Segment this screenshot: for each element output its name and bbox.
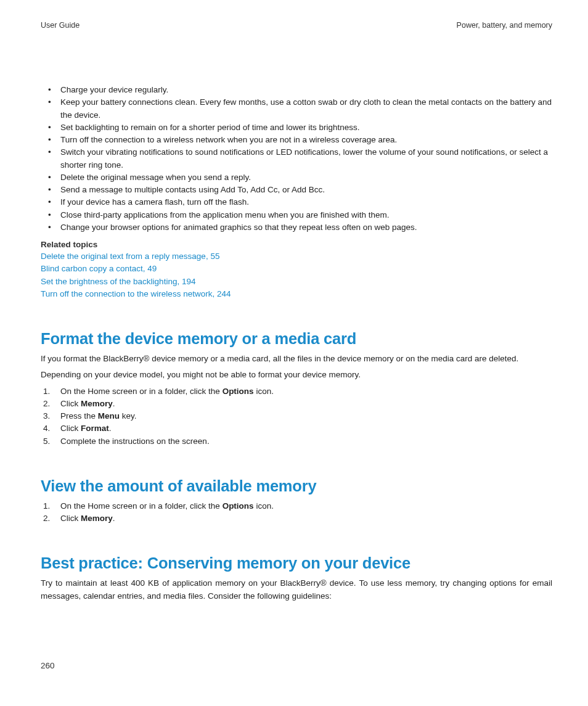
step: Click Format. (41, 422, 552, 435)
page-number: 260 (41, 661, 55, 670)
format-steps: On the Home screen or in a folder, click… (41, 385, 552, 448)
list-item: Charge your device regularly. (41, 84, 552, 96)
step: Click Memory. (41, 398, 552, 410)
page-header: User Guide Power, battery, and memory (41, 21, 552, 30)
list-item: Switch your vibrating notifications to s… (41, 146, 552, 171)
section-title-best-practice: Best practice: Conserving memory on your… (41, 554, 552, 572)
list-item: Set backlighting to remain on for a shor… (41, 121, 552, 134)
related-link[interactable]: Delete the original text from a reply me… (41, 250, 552, 263)
list-item: Keep your battery connections clean. Eve… (41, 96, 552, 121)
related-links: Delete the original text from a reply me… (41, 250, 552, 300)
section-title-format: Format the device memory or a media card (41, 330, 552, 348)
step: Click Memory. (41, 512, 552, 525)
list-item: Send a message to multiple contacts usin… (41, 184, 552, 196)
list-item: Close third-party applications from the … (41, 209, 552, 221)
paragraph: If you format the BlackBerry® device mem… (41, 353, 552, 365)
list-item: Delete the original message when you sen… (41, 171, 552, 184)
view-steps: On the Home screen or in a folder, click… (41, 500, 552, 525)
paragraph: Depending on your device model, you migh… (41, 369, 552, 381)
related-link[interactable]: Blind carbon copy a contact, 49 (41, 263, 552, 275)
section-title-view-memory: View the amount of available memory (41, 477, 552, 495)
list-item: Turn off the connection to a wireless ne… (41, 134, 552, 146)
paragraph: Try to maintain at least 400 KB of appli… (41, 577, 552, 602)
page: User Guide Power, battery, and memory Ch… (0, 0, 588, 706)
list-item: If your device has a camera flash, turn … (41, 196, 552, 208)
header-left: User Guide (41, 21, 80, 30)
step: On the Home screen or in a folder, click… (41, 500, 552, 512)
related-link[interactable]: Turn off the connection to the wireless … (41, 288, 552, 300)
step: On the Home screen or in a folder, click… (41, 385, 552, 398)
step: Press the Menu key. (41, 410, 552, 422)
step: Complete the instructions on the screen. (41, 435, 552, 448)
header-right: Power, battery, and memory (457, 21, 552, 30)
related-link[interactable]: Set the brightness of the backlighting, … (41, 276, 552, 288)
related-topics-heading: Related topics (41, 240, 552, 249)
tips-list: Charge your device regularly. Keep your … (41, 84, 552, 234)
list-item: Change your browser options for animated… (41, 221, 552, 234)
